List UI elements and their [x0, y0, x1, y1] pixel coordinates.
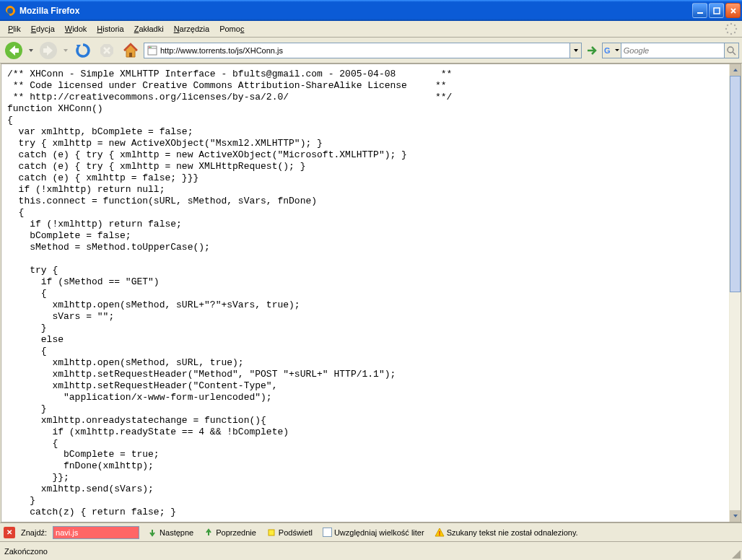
highlight-icon: [266, 528, 276, 538]
arrow-up-icon: [204, 528, 214, 538]
svg-point-21: [728, 47, 733, 53]
navigation-toolbar: G: [0, 38, 742, 64]
maximize-button[interactable]: [709, 3, 724, 18]
status-text: Zakończono: [4, 547, 48, 556]
menu-narzedzia[interactable]: Narzędzia: [169, 23, 215, 35]
resize-grip[interactable]: [730, 548, 741, 559]
forward-button[interactable]: [38, 40, 59, 61]
minimize-button[interactable]: [692, 3, 707, 18]
find-prev-button[interactable]: Poprzednie: [201, 526, 258, 539]
reload-button[interactable]: [72, 40, 94, 61]
arrow-down-icon: [147, 528, 157, 538]
url-input[interactable]: [160, 43, 569, 58]
find-label: Znajdź:: [21, 528, 47, 537]
vertical-scrollbar[interactable]: [729, 64, 741, 522]
back-button[interactable]: [3, 40, 25, 61]
scroll-up-button[interactable]: [730, 64, 741, 76]
svg-rect-22: [269, 530, 274, 535]
find-bar: ✕ Znajdź: Następne Poprzednie Podświetl …: [0, 522, 742, 541]
svg-point-4: [730, 23, 732, 25]
back-dropdown[interactable]: [27, 49, 35, 52]
match-case-checkbox[interactable]: Uwzględniaj wielkość liter: [320, 526, 427, 538]
search-go-button[interactable]: [724, 43, 738, 58]
svg-point-8: [730, 33, 732, 35]
window-titlebar: Mozilla Firefox: [0, 0, 742, 21]
highlight-all-button[interactable]: Podświetl: [264, 526, 315, 539]
status-bar: Zakończono: [0, 541, 742, 560]
url-dropdown[interactable]: [569, 43, 581, 58]
scroll-thumb[interactable]: [730, 76, 741, 292]
go-button[interactable]: [584, 43, 600, 58]
forward-dropdown[interactable]: [61, 49, 70, 52]
checkbox-icon: [323, 528, 332, 537]
stop-button[interactable]: [96, 40, 118, 61]
find-status: ! Szukany tekst nie został odnaleziony.: [432, 526, 580, 539]
svg-rect-16: [129, 53, 132, 57]
svg-text:!: !: [438, 530, 440, 537]
menu-bar: Plik Edycja Widok Historia Zakładki Narz…: [0, 21, 742, 38]
svg-rect-3: [714, 8, 720, 14]
firefox-icon: [4, 5, 16, 17]
svg-point-1: [7, 8, 13, 14]
svg-point-18: [149, 46, 149, 47]
url-bar[interactable]: [144, 43, 582, 58]
menu-historia[interactable]: Historia: [92, 23, 128, 35]
close-button[interactable]: [725, 3, 741, 18]
search-bar[interactable]: G: [602, 43, 739, 58]
menu-zakladki[interactable]: Zakładki: [129, 23, 169, 35]
svg-point-11: [727, 25, 728, 26]
svg-text:G: G: [604, 46, 611, 55]
svg-point-5: [734, 25, 736, 26]
svg-point-19: [150, 46, 151, 47]
find-input[interactable]: [53, 526, 139, 539]
search-input[interactable]: [621, 46, 724, 55]
scroll-down-button[interactable]: [730, 510, 741, 522]
content-area: /** XHConn - Simple XMLHTTP Interface - …: [1, 64, 741, 522]
menu-widok[interactable]: Widok: [60, 23, 92, 35]
search-engine-selector[interactable]: G: [603, 43, 621, 58]
page-source-text[interactable]: /** XHConn - Simple XMLHTTP Interface - …: [1, 64, 741, 522]
warning-icon: !: [435, 528, 445, 538]
findbar-close-button[interactable]: ✕: [4, 527, 15, 538]
svg-rect-2: [697, 12, 703, 14]
window-title: Mozilla Firefox: [19, 6, 692, 16]
svg-point-7: [734, 32, 736, 33]
activity-throbber-icon: [725, 22, 738, 35]
svg-point-6: [736, 28, 737, 30]
page-favicon-icon: [147, 45, 158, 56]
menu-plik[interactable]: Plik: [3, 23, 26, 35]
home-button[interactable]: [120, 40, 141, 61]
svg-point-9: [727, 32, 728, 33]
menu-edycja[interactable]: Edycja: [26, 23, 60, 35]
find-next-button[interactable]: Następne: [145, 526, 196, 539]
menu-pomoc[interactable]: Pomoc: [214, 23, 249, 35]
svg-point-10: [725, 28, 727, 30]
